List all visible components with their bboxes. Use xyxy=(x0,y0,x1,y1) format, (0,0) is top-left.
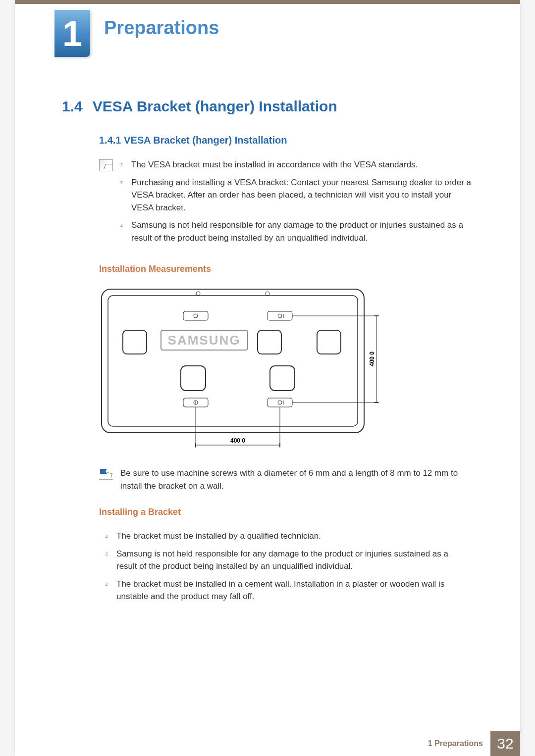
svg-rect-4 xyxy=(183,311,208,320)
document-page: 1 Preparations 1.4 VESA Bracket (hanger)… xyxy=(15,0,520,756)
chapter-title: Preparations xyxy=(104,17,219,39)
list-item: The bracket must be installed in a cemen… xyxy=(106,578,468,603)
subsection-title: VESA Bracket (hanger) Installation xyxy=(124,135,287,146)
subsection-number: 1.4.1 xyxy=(99,135,121,146)
svg-rect-20 xyxy=(270,366,295,391)
svg-rect-18 xyxy=(317,330,341,354)
svg-point-3 xyxy=(266,292,269,296)
installing-list: The bracket must be installed by a quali… xyxy=(106,530,468,603)
svg-rect-17 xyxy=(258,330,281,354)
svg-rect-1 xyxy=(108,296,358,426)
subsection-heading: 1.4.1 VESA Bracket (hanger) Installation xyxy=(99,135,473,146)
svg-point-2 xyxy=(196,292,200,296)
note-text: Be sure to use machine screws with a dia… xyxy=(120,467,473,492)
section-heading: 1.4 VESA Bracket (hanger) Installation xyxy=(62,98,473,115)
vesa-diagram-svg: SAMSUNG 400 0 xyxy=(99,287,391,455)
list-item: Purchasing and installing a VESA bracket… xyxy=(120,176,473,214)
footer-page-number: 32 xyxy=(490,731,520,756)
note-icon xyxy=(99,159,113,171)
svg-rect-0 xyxy=(102,289,364,433)
page-footer: 1 Preparations 32 xyxy=(15,731,520,756)
installation-diagram: SAMSUNG 400 0 xyxy=(99,287,473,457)
list-item: The bracket must be installed by a quali… xyxy=(106,530,468,543)
svg-point-7 xyxy=(278,314,282,318)
chapter-number-badge: 1 xyxy=(54,10,90,57)
note-block-2: Be sure to use machine screws with a dia… xyxy=(99,467,473,492)
svg-point-5 xyxy=(194,314,198,318)
note-list-1: The VESA bracket must be installed in ac… xyxy=(120,158,473,249)
list-item: The VESA bracket must be installed in ac… xyxy=(120,158,473,171)
section-number: 1.4 xyxy=(62,98,83,115)
top-strip xyxy=(15,0,520,4)
list-item: Samsung is not held responsible for any … xyxy=(120,219,473,244)
diagram-brand-text: SAMSUNG xyxy=(168,333,241,348)
svg-point-13 xyxy=(278,401,282,404)
svg-rect-19 xyxy=(181,366,206,391)
note-block-1: The VESA bracket must be installed in ac… xyxy=(99,158,473,249)
section-title: VESA Bracket (hanger) Installation xyxy=(93,98,337,115)
diagram-dim-h: 400 0 xyxy=(230,437,245,444)
diagram-dim-v: 400 0 xyxy=(369,352,375,366)
list-item: Samsung is not held responsible for any … xyxy=(106,548,468,573)
svg-rect-6 xyxy=(268,311,292,320)
flag-icon xyxy=(99,468,113,480)
heading-measurements: Installation Measurements xyxy=(99,264,473,274)
heading-installing: Installing a Bracket xyxy=(99,507,473,517)
svg-rect-12 xyxy=(268,398,292,407)
footer-label: 1 Preparations xyxy=(428,731,490,756)
svg-rect-16 xyxy=(123,330,147,354)
content-area: 1.4 VESA Bracket (hanger) Installation 1… xyxy=(15,4,520,603)
